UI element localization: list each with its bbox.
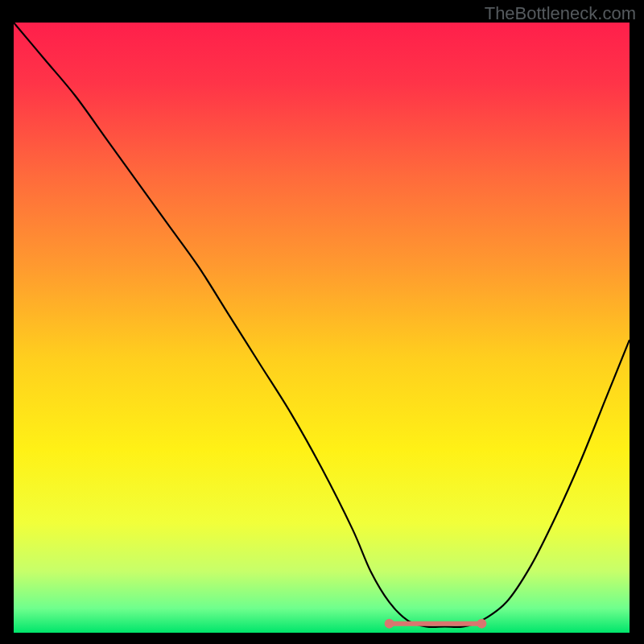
chart-curve-layer bbox=[14, 23, 630, 633]
bottleneck-curve bbox=[14, 23, 630, 627]
chart-area bbox=[14, 23, 630, 633]
flat-segment-start-marker bbox=[385, 619, 394, 629]
watermark-label: TheBottleneck.com bbox=[485, 3, 636, 24]
flat-segment-end-marker bbox=[477, 619, 486, 629]
